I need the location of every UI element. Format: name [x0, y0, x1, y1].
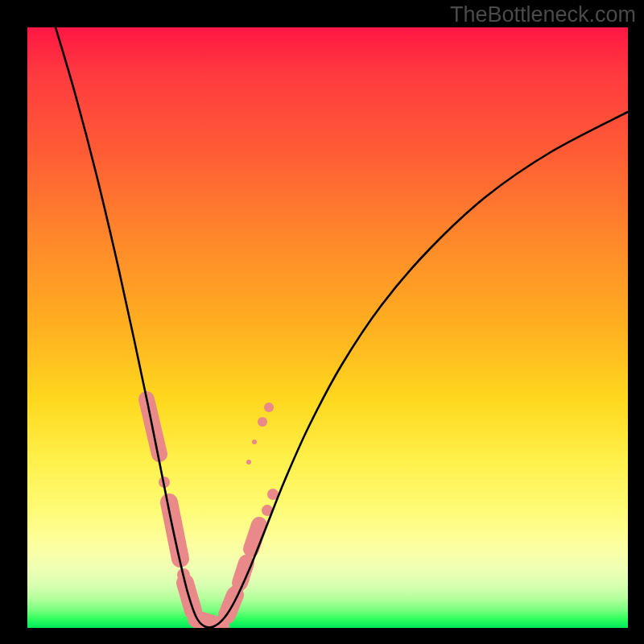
marker-dot [252, 440, 257, 444]
chart-frame: TheBottleneck.com [0, 0, 644, 644]
curve-layer [27, 27, 628, 628]
marker-dot [258, 417, 267, 427]
marker-pill [169, 502, 180, 559]
bottleneck-curve [56, 27, 628, 627]
marker-dot [246, 460, 251, 464]
markers-group [142, 399, 279, 626]
watermark-text: TheBottleneck.com [450, 2, 636, 27]
marker-dot [264, 402, 274, 412]
plot-area [27, 27, 628, 628]
